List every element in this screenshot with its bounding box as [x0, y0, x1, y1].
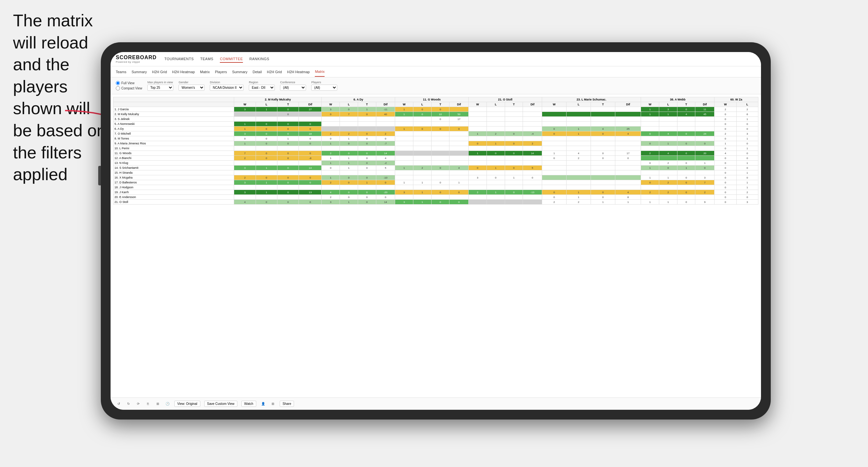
matrix-cell [566, 170, 591, 175]
matrix-cell: 1 [566, 190, 591, 195]
person-icon[interactable]: 👤 [260, 401, 266, 407]
matrix-cell: 0 [505, 151, 523, 156]
matrix-cell [487, 126, 505, 131]
matrix-cell [450, 195, 469, 200]
matrix-cell [450, 170, 469, 175]
nav-tournaments[interactable]: TOURNAMENTS [164, 56, 194, 63]
gender-select[interactable]: Women's [179, 85, 205, 91]
matrix-cell: 1 [659, 112, 677, 117]
view-original-button[interactable]: View: Original [174, 401, 200, 407]
share-button[interactable]: Share [280, 401, 294, 407]
save-custom-button[interactable]: Save Custom View [204, 401, 238, 407]
sec-nav-detail[interactable]: Detail [253, 67, 262, 76]
matrix-cell [322, 185, 340, 190]
matrix-cell [505, 122, 523, 126]
matrix-cell: 1 [736, 161, 758, 165]
matrix-cell [505, 112, 523, 117]
nav-teams[interactable]: TEAMS [200, 56, 213, 63]
division-select[interactable]: NCAA Division II [210, 85, 244, 91]
matrix-cell: 2 [322, 151, 340, 156]
matrix-cell: 0 [431, 126, 450, 131]
matrix-cell [256, 170, 277, 175]
matrix-cell: 2 [641, 190, 659, 195]
matrix-cell: 0 [431, 165, 450, 170]
matrix-cell: 0 [505, 141, 523, 146]
sec-nav-matrix2[interactable]: Matrix [315, 67, 324, 77]
matrix-cell [358, 170, 376, 175]
sec-nav-summary[interactable]: Summary [131, 67, 147, 76]
matrix-cell: 0 [340, 175, 358, 180]
players-select[interactable]: (All) [311, 85, 337, 91]
sec-nav-matrix[interactable]: Matrix [200, 67, 210, 76]
player-name-cell: 8. M Torres [114, 136, 234, 141]
matrix-cell: -20 [376, 190, 395, 195]
matrix-cell: 3 [736, 200, 758, 205]
sec-nav-players[interactable]: Players [215, 67, 227, 76]
matrix-cell [431, 141, 450, 146]
matrix-cell [413, 185, 432, 190]
matrix-cell: 0 [299, 200, 322, 205]
players-label: Players [311, 81, 337, 84]
bottom-toolbar: ↺ ↻ ⟳ ⎘ ⊞ 🕐 View: Original Save Custom V… [111, 397, 761, 410]
matrix-cell [395, 151, 413, 156]
matrix-cell [469, 112, 487, 117]
matrix-cell [659, 136, 677, 141]
matrix-cell [450, 141, 469, 146]
matrix-cell [523, 185, 542, 190]
matrix-cell [413, 141, 432, 146]
matrix-cell [395, 195, 413, 200]
max-players-select[interactable]: Top 25 [147, 85, 173, 91]
nav-committee[interactable]: COMMITTEE [220, 56, 243, 63]
matrix-cell: 0 [736, 195, 758, 200]
matrix-cell [469, 156, 487, 161]
matrix-cell [615, 136, 641, 141]
matrix-cell: 3 [234, 107, 256, 112]
sec-nav-h2h-grid[interactable]: H2H Grid [152, 67, 167, 76]
player-name-cell: 16. X Mcgaha [114, 175, 234, 180]
conference-select[interactable]: (All) [280, 85, 306, 91]
matrix-cell: 0 [413, 107, 432, 112]
matrix-cell [256, 112, 277, 117]
matrix-cell: 3 [469, 175, 487, 180]
matrix-cell [395, 131, 413, 136]
matrix-cell [505, 156, 523, 161]
clock-icon[interactable]: 🕐 [164, 401, 170, 407]
matrix-cell: 0 [487, 151, 505, 156]
matrix-cell: -10 [376, 175, 395, 180]
undo-icon[interactable]: ↺ [116, 401, 122, 407]
sec-nav-h2h-grid2[interactable]: H2H Grid [267, 67, 282, 76]
sub-d5: Dif [615, 102, 641, 107]
sec-nav-summary2[interactable]: Summary [232, 67, 247, 76]
region-select[interactable]: East - DII [249, 85, 275, 91]
zoom-icon[interactable]: ⊞ [155, 401, 161, 407]
matrix-cell [641, 156, 659, 161]
matrix-cell: 2 [659, 161, 677, 165]
sec-nav-h2h-heatmap2[interactable]: H2H Heatmap [287, 67, 310, 76]
matrix-cell [431, 170, 450, 175]
sec-nav-teams[interactable]: Teams [116, 67, 126, 76]
matrix-cell [591, 136, 615, 141]
matrix-cell [395, 161, 413, 165]
table-row: 8. M Torres0010010001 [114, 136, 758, 141]
matrix-cell [615, 165, 641, 170]
matrix-cell [395, 170, 413, 175]
matrix-cell [469, 107, 487, 112]
table-row: 1. J Garcia31027301-111001301122 [114, 107, 758, 112]
compact-view-radio[interactable]: Compact View [116, 86, 142, 90]
matrix-cell [505, 180, 523, 185]
full-view-radio[interactable]: Full View [116, 81, 142, 85]
grid-icon[interactable]: ⊞ [270, 401, 276, 407]
sub-w4: W [469, 102, 487, 107]
sec-nav-h2h-heatmap[interactable]: H2H Heatmap [172, 67, 195, 76]
matrix-cell [376, 170, 395, 175]
nav-rankings[interactable]: RANKINGS [249, 56, 269, 63]
matrix-cell: 1 [395, 180, 413, 185]
refresh-icon[interactable]: ⟳ [135, 401, 141, 407]
matrix-cell [431, 156, 450, 161]
copy-icon[interactable]: ⎘ [145, 401, 151, 407]
matrix-cell: 0 [277, 165, 299, 170]
gender-filter: Gender Women's [179, 81, 205, 91]
redo-icon[interactable]: ↻ [126, 401, 131, 407]
watch-button[interactable]: Watch [241, 401, 256, 407]
matrix-cell: 2 [340, 131, 358, 136]
